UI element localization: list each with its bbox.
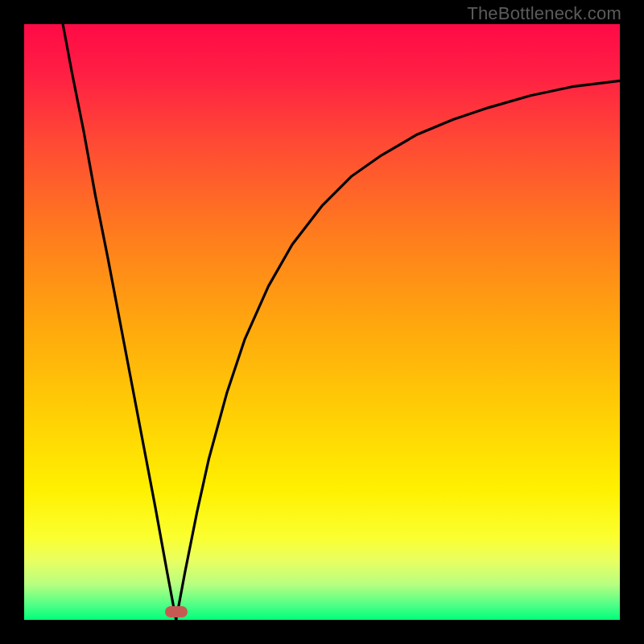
watermark-text: TheBottleneck.com: [467, 3, 621, 24]
curve-right-segment: [176, 80, 620, 620]
minimum-marker: [165, 606, 188, 617]
chart-frame: TheBottleneck.com: [0, 0, 644, 644]
plot-area: [24, 24, 620, 620]
curve-layer: [24, 24, 620, 620]
curve-left-segment: [63, 24, 176, 620]
